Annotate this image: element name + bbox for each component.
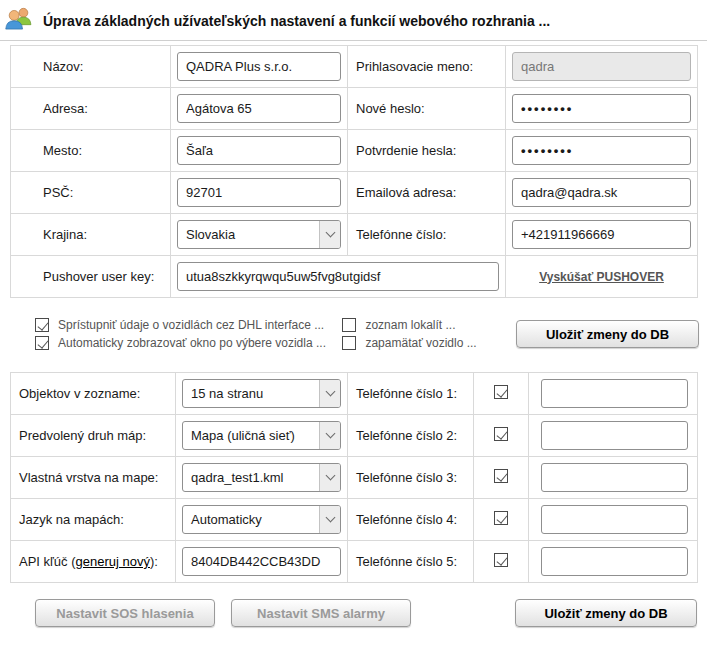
api-kluc-label: API kľúč (generuj nový): — [11, 541, 176, 583]
potvrdenie-hesla-label: Potvrdenie hesla: — [348, 130, 506, 172]
jazyk-select-value: Automaticky — [183, 512, 262, 527]
prihlasovacie-meno-label: Prihlasovacie meno: — [348, 46, 506, 88]
header-divider — [0, 40, 707, 41]
nazov-input[interactable] — [177, 52, 341, 81]
psc-label: PSČ: — [11, 172, 171, 214]
options-section: Sprístupniť údaje o vozidlách cez DHL in… — [0, 306, 707, 362]
map-settings-table: Objektov v zozname: 15 na stranu Telefón… — [10, 372, 698, 583]
mesto-label: Mesto: — [11, 130, 171, 172]
table-row: Názov: Prihlasovacie meno: — [11, 46, 698, 88]
auto-window-label: Automaticky zobrazovať okno po výbere vo… — [58, 336, 326, 350]
table-row: Pushover user key: Vyskúšať PUSHOVER — [11, 256, 698, 298]
telefonne-cislo-4-input[interactable] — [541, 505, 688, 534]
telefonne-cislo-1-checkbox[interactable] — [494, 385, 508, 399]
telefonne-cislo-input[interactable] — [512, 220, 691, 249]
potvrdenie-hesla-input[interactable] — [512, 136, 691, 165]
sms-button[interactable]: Nastavit SMS alarmy — [231, 599, 411, 627]
save-db-button-bottom[interactable]: Uložiť zmeny do DB — [515, 599, 697, 627]
chevron-down-icon — [319, 221, 340, 248]
telefonne-cislo-3-label: Telefónne číslo 3: — [348, 457, 474, 499]
zapamatat-vozidlo-checkbox[interactable] — [342, 336, 356, 350]
jazyk-select[interactable]: Automaticky — [182, 505, 341, 534]
telefonne-cislo-2-input[interactable] — [541, 421, 688, 450]
pushover-key-input[interactable] — [177, 262, 499, 291]
table-row: PSČ: Emailová adresa: — [11, 172, 698, 214]
table-row: Mesto: Potvrdenie hesla: — [11, 130, 698, 172]
psc-input[interactable] — [177, 178, 341, 207]
pushover-test-link[interactable]: Vyskúšať PUSHOVER — [506, 270, 697, 284]
zoznam-lokalit-option: zoznam lokalít ... — [342, 318, 516, 332]
telefonne-cislo-5-label: Telefónne číslo 5: — [348, 541, 474, 583]
telefonne-cislo-4-label: Telefónne číslo 4: — [348, 499, 474, 541]
table-row: Krajina: Slovakia Telefónne číslo: — [11, 214, 698, 256]
mesto-input[interactable] — [177, 136, 341, 165]
sos-button[interactable]: Nastavit SOS hlasenia — [35, 599, 215, 627]
telefonne-cislo-5-checkbox[interactable] — [494, 553, 508, 567]
table-row: API kľúč (generuj nový): Telefónne číslo… — [11, 541, 698, 583]
druh-map-select[interactable]: Mapa (uličná sieť) — [182, 421, 341, 450]
objektov-select[interactable]: 15 na stranu — [182, 379, 341, 408]
chevron-down-icon — [319, 380, 340, 407]
chevron-down-icon — [319, 464, 340, 491]
auto-window-checkbox[interactable] — [35, 336, 49, 350]
telefonne-cislo-2-label: Telefónne číslo 2: — [348, 415, 474, 457]
adresa-input[interactable] — [177, 94, 341, 123]
zoznam-lokalit-checkbox[interactable] — [342, 318, 356, 332]
chevron-down-icon — [319, 422, 340, 449]
telefonne-cislo-1-input[interactable] — [541, 379, 688, 408]
krajina-select[interactable]: Slovakia — [177, 220, 341, 249]
druh-map-label: Predvolený druh máp: — [11, 415, 176, 457]
telefonne-cislo-3-input[interactable] — [541, 463, 688, 492]
adresa-label: Adresa: — [11, 88, 171, 130]
emailova-adresa-label: Emailová adresa: — [348, 172, 506, 214]
telefonne-cislo-2-checkbox[interactable] — [494, 427, 508, 441]
save-db-button-top[interactable]: Uložiť zmeny do DB — [516, 320, 699, 348]
prihlasovacie-meno-input — [512, 52, 691, 81]
chevron-down-icon — [319, 506, 340, 533]
telefonne-cislo-label: Telefónne číslo: — [348, 214, 506, 256]
nove-heslo-label: Nové heslo: — [348, 88, 506, 130]
footer-actions: Nastavit SOS hlasenia Nastavit SMS alarm… — [0, 599, 707, 627]
auto-window-option: Automaticky zobrazovať okno po výbere vo… — [35, 336, 342, 350]
page-header: Úprava základných užívateľských nastaven… — [0, 0, 707, 40]
zapamatat-vozidlo-option: zapamätať vozidlo ... — [342, 336, 516, 350]
users-icon — [4, 5, 34, 36]
objektov-label: Objektov v zozname: — [11, 373, 176, 415]
user-settings-table: Názov: Prihlasovacie meno: Adresa: Nové … — [10, 45, 698, 298]
dhl-interface-option: Sprístupniť údaje o vozidlách cez DHL in… — [35, 318, 342, 332]
table-row: Vlastná vrstva na mape: qadra_test1.kml … — [11, 457, 698, 499]
jazyk-label: Jazyk na mapách: — [11, 499, 176, 541]
pushover-key-label: Pushover user key: — [11, 256, 171, 298]
telefonne-cislo-3-checkbox[interactable] — [494, 469, 508, 483]
krajina-label: Krajina: — [11, 214, 171, 256]
generuj-novy-link[interactable]: generuj nový — [76, 554, 150, 569]
api-kluc-input[interactable] — [182, 547, 341, 576]
zoznam-lokalit-label: zoznam lokalít ... — [365, 318, 455, 332]
vrstva-label: Vlastná vrstva na mape: — [11, 457, 176, 499]
dhl-interface-label: Sprístupniť údaje o vozidlách cez DHL in… — [58, 318, 324, 332]
table-row: Adresa: Nové heslo: — [11, 88, 698, 130]
nazov-label: Názov: — [11, 46, 171, 88]
table-row: Jazyk na mapách: Automaticky Telefónne č… — [11, 499, 698, 541]
table-row: Objektov v zozname: 15 na stranu Telefón… — [11, 373, 698, 415]
krajina-select-value: Slovakia — [178, 227, 235, 242]
vrstva-select[interactable]: qadra_test1.kml — [182, 463, 341, 492]
telefonne-cislo-4-checkbox[interactable] — [494, 511, 508, 525]
table-row: Predvolený druh máp: Mapa (uličná sieť) … — [11, 415, 698, 457]
dhl-interface-checkbox[interactable] — [35, 318, 49, 332]
emailova-adresa-input[interactable] — [512, 178, 691, 207]
telefonne-cislo-1-label: Telefónne číslo 1: — [348, 373, 474, 415]
vrstva-select-value: qadra_test1.kml — [183, 470, 284, 485]
druh-map-select-value: Mapa (uličná sieť) — [183, 428, 295, 443]
nove-heslo-input[interactable] — [512, 94, 691, 123]
zapamatat-vozidlo-label: zapamätať vozidlo ... — [365, 336, 476, 350]
telefonne-cislo-5-input[interactable] — [541, 547, 688, 576]
objektov-select-value: 15 na stranu — [183, 386, 263, 401]
page-title: Úprava základných užívateľských nastaven… — [43, 13, 550, 29]
settings-page: Úprava základných užívateľských nastaven… — [0, 0, 707, 650]
